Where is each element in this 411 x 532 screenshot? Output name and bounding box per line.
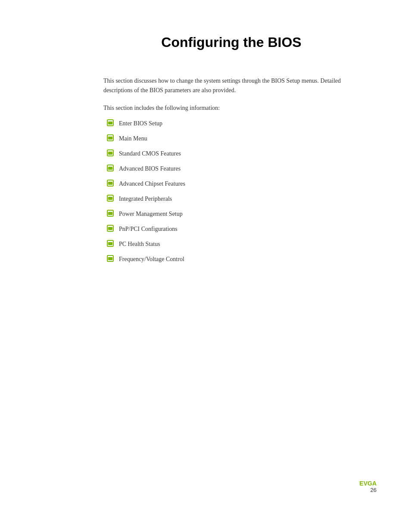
- section-label: This section includes the following info…: [103, 103, 359, 113]
- list-item-text: PC Health Status: [119, 240, 160, 249]
- list-item: PnP/PCI Configurations: [107, 224, 359, 233]
- list-item: Advanced BIOS Features: [107, 164, 359, 173]
- list-item: Enter BIOS Setup: [107, 119, 359, 128]
- checkbox-bullet-icon: [107, 195, 114, 202]
- svg-rect-11: [108, 197, 112, 200]
- footer: EVGA 26: [359, 480, 377, 493]
- list-item-text: PnP/PCI Configurations: [119, 224, 177, 233]
- list-item: Advanced Chipset Features: [107, 179, 359, 188]
- checkbox-bullet-icon: [107, 134, 114, 141]
- svg-rect-15: [108, 227, 112, 230]
- svg-rect-3: [108, 137, 112, 140]
- svg-rect-13: [108, 212, 112, 215]
- checkbox-bullet-icon: [107, 180, 114, 187]
- list-item: Integrated Peripherals: [107, 194, 359, 203]
- svg-rect-9: [108, 182, 112, 185]
- list-item-text: Enter BIOS Setup: [119, 119, 162, 128]
- list-item-text: Advanced BIOS Features: [119, 164, 181, 173]
- checkbox-bullet-icon: [107, 240, 114, 247]
- checkbox-bullet-icon: [107, 165, 114, 171]
- page-title: Configuring the BIOS: [103, 34, 359, 50]
- list-item: PC Health Status: [107, 240, 359, 249]
- list-item-text: Frequency/Voltage Control: [119, 255, 184, 264]
- list-item: Power Management Setup: [107, 209, 359, 218]
- page-number: 26: [359, 487, 377, 493]
- list-item-text: Main Menu: [119, 134, 147, 143]
- svg-rect-17: [108, 242, 112, 245]
- checkbox-bullet-icon: [107, 119, 114, 126]
- list-item-text: Integrated Peripherals: [119, 194, 172, 203]
- svg-rect-7: [108, 167, 112, 170]
- bullet-list: Enter BIOS Setup Main Menu Standard CMOS…: [107, 119, 359, 264]
- checkbox-bullet-icon: [107, 210, 114, 217]
- list-item: Frequency/Voltage Control: [107, 255, 359, 264]
- checkbox-bullet-icon: [107, 225, 114, 232]
- list-item: Standard CMOS Features: [107, 149, 359, 158]
- list-item-text: Standard CMOS Features: [119, 149, 181, 158]
- list-item-text: Power Management Setup: [119, 209, 183, 218]
- list-item: Main Menu: [107, 134, 359, 143]
- list-item-text: Advanced Chipset Features: [119, 179, 185, 188]
- intro-paragraph: This section discusses how to change the…: [103, 76, 359, 96]
- svg-rect-1: [108, 121, 112, 124]
- page-container: Configuring the BIOS This section discus…: [0, 0, 411, 532]
- svg-rect-19: [108, 257, 112, 260]
- checkbox-bullet-icon: [107, 149, 114, 156]
- svg-rect-5: [108, 152, 112, 155]
- checkbox-bullet-icon: [107, 255, 114, 262]
- brand-name: EVGA: [359, 480, 377, 487]
